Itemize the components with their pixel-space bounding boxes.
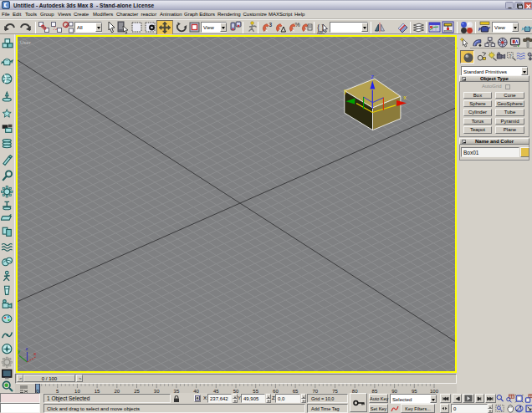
svg-text:3: 3 xyxy=(269,22,273,28)
svg-text:y: y xyxy=(344,88,347,94)
svg-text:%: % xyxy=(295,22,300,28)
svg-text:?: ? xyxy=(509,54,511,59)
svg-text:User: User xyxy=(20,40,31,45)
svg-text:x: x xyxy=(403,94,407,100)
svg-text:z: z xyxy=(26,346,28,351)
svg-text:z: z xyxy=(371,74,375,79)
